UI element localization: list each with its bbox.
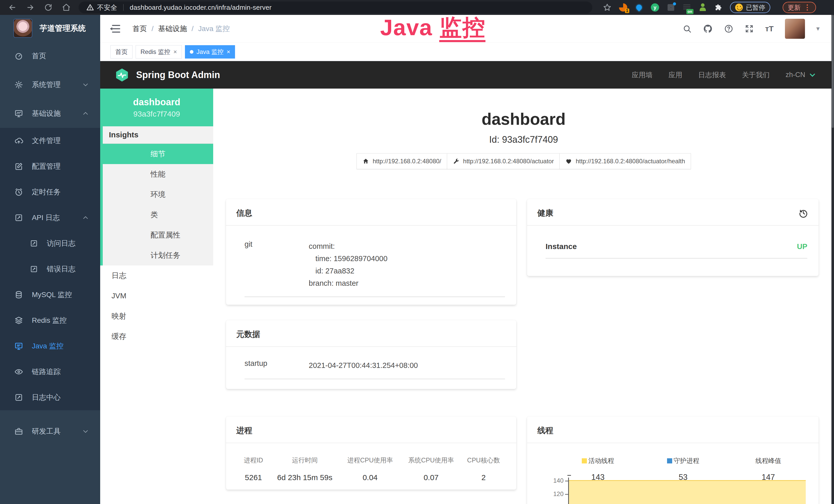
sidebar-item-home[interactable]: 首页 [0, 42, 100, 70]
sba-nav-about[interactable]: 关于我们 [742, 70, 770, 79]
forward-icon[interactable] [25, 2, 36, 13]
sidebar-item-mysql-monitor[interactable]: MySQL 监控 [0, 282, 100, 307]
sba-menu-logs[interactable]: 日志 [100, 266, 213, 286]
close-tab-icon[interactable]: × [226, 48, 230, 55]
extension-green-y-icon[interactable]: y [650, 3, 660, 12]
health-url-chip[interactable]: http://192.168.0.2:48080/actuator/health [559, 153, 691, 169]
sidebar-item-access-log[interactable]: 访问日志 [0, 231, 100, 256]
doc-edit-icon [14, 393, 23, 402]
sidebar-item-trace[interactable]: 链路追踪 [0, 359, 100, 385]
infra-submenu: 文件管理 配置管理 定时任务 API 日志 访问日志 错误日志 MySQL 监控 [0, 128, 100, 410]
process-col-pid: 进程ID [236, 456, 270, 464]
sba-locale-select[interactable]: zh-CN [786, 71, 816, 79]
sba-menu-scheduled-tasks[interactable]: 计划任务 [103, 245, 213, 266]
reload-icon[interactable] [43, 2, 53, 13]
sba-menu-mappings[interactable]: 映射 [100, 306, 213, 326]
sidebar-item-error-log[interactable]: 错误日志 [0, 256, 100, 282]
close-tab-icon[interactable]: × [173, 48, 177, 55]
info-git-label: git [244, 240, 309, 289]
breadcrumb-section[interactable]: 基础设施 [158, 24, 187, 33]
sba-menu-jvm[interactable]: JVM [100, 286, 213, 306]
sba-nav-journal[interactable]: 日志报表 [698, 70, 726, 79]
threads-legend: 活动线程 143 守护进程 53 线程峰值 147 [527, 443, 818, 482]
sidebar-item-log-center[interactable]: 日志中心 [0, 385, 100, 410]
help-question-icon[interactable] [724, 24, 733, 33]
sidebar-item-dev-tools[interactable]: 研发工具 [0, 417, 100, 446]
sba-navbar: Spring Boot Admin 应用墙 应用 日志报表 关于我们 zh-CN [100, 61, 834, 89]
extension-pin-icon[interactable] [634, 3, 644, 12]
instance-page-title: dashboard [213, 110, 834, 129]
extension-on-icon[interactable]: on [682, 3, 692, 12]
profile-paused-pill[interactable]: 已暂停 [730, 2, 770, 13]
sba-hexagon-logo-icon [114, 68, 129, 83]
back-icon[interactable] [7, 2, 18, 13]
collapse-sidebar-icon[interactable] [110, 24, 120, 33]
app-logo-row[interactable]: 芋道管理系统 [0, 15, 100, 42]
chevron-up-icon [82, 110, 89, 117]
chevron-down-icon [82, 428, 89, 435]
sba-menu-caches[interactable]: 缓存 [100, 326, 213, 347]
gear-icon [14, 81, 23, 89]
actuator-url-chip[interactable]: http://192.168.0.2:48080/actuator [447, 153, 560, 169]
sba-menu-classes[interactable]: 类 [103, 205, 213, 225]
process-pid-value: 5261 [236, 473, 270, 482]
puzzle-extensions-icon[interactable] [714, 3, 723, 12]
sba-brand[interactable]: Spring Boot Admin [114, 68, 220, 83]
extension-orange-icon[interactable]: 1 [618, 3, 628, 12]
process-card-title: 进程 [236, 425, 252, 436]
chevron-down-icon [82, 82, 89, 88]
github-icon[interactable] [703, 24, 713, 33]
process-col-uptime: 运行时间 [270, 456, 339, 464]
health-card: 健康 Instance UP [527, 199, 818, 276]
sba-nav-applications[interactable]: 应用 [668, 70, 682, 79]
chrome-update-button[interactable]: 更新⋮ [783, 2, 816, 13]
sba-menu-details[interactable]: 细节 [100, 144, 213, 164]
instance-name: dashboard [133, 97, 180, 108]
live-threads-label: 活动线程 [589, 457, 614, 465]
scrollbar-thumb[interactable] [832, 15, 834, 128]
peak-threads-label: 线程峰值 [755, 457, 781, 465]
search-icon[interactable] [682, 24, 692, 33]
bookmark-star-icon[interactable] [602, 3, 612, 12]
window-scrollbar[interactable] [831, 15, 834, 504]
doc-edit-icon [30, 239, 38, 248]
history-icon[interactable] [798, 208, 808, 218]
sidebar-item-system[interactable]: 系统管理 [0, 70, 100, 99]
sba-menu-environment[interactable]: 环境 [103, 184, 213, 205]
sidebar-item-cron-job[interactable]: 定时任务 [0, 179, 100, 205]
sidebar-item-java-monitor[interactable]: Java 监控 [0, 333, 100, 359]
tag-java-monitor[interactable]: Java 监控 × [185, 45, 235, 59]
sba-instance-header[interactable]: dashboard 93a3fc7f7409 [100, 89, 213, 126]
fullscreen-icon[interactable] [745, 24, 754, 33]
extension-person-icon[interactable] [698, 3, 707, 12]
font-size-icon[interactable]: тT [765, 24, 774, 33]
sidebar-item-redis-monitor[interactable]: Redis 监控 [0, 307, 100, 333]
sidebar-item-infra[interactable]: 基础设施 [0, 99, 100, 128]
not-secure-warning-icon[interactable] [86, 4, 94, 11]
sidebar-item-api-log[interactable]: API 日志 [0, 205, 100, 231]
health-instance-label: Instance [546, 242, 577, 251]
sba-nav-wall[interactable]: 应用墙 [632, 70, 652, 79]
monitor-chart-icon [14, 109, 23, 118]
breadcrumb: 首页 / 基础设施 / Java 监控 [133, 24, 230, 33]
breadcrumb-home[interactable]: 首页 [133, 24, 147, 33]
sidebar-item-file-manage[interactable]: 文件管理 [0, 128, 100, 154]
extension-grid-icon[interactable] [666, 3, 676, 12]
tag-redis-monitor[interactable]: Redis 监控 × [136, 45, 182, 59]
sidebar-item-config-manage[interactable]: 配置管理 [0, 154, 100, 179]
browser-menu-icon[interactable]: ⋮ [804, 6, 811, 9]
tag-home[interactable]: 首页 [110, 45, 133, 59]
info-card: 信息 git commit: time: 1596289704000 id: 2… [226, 199, 516, 305]
address-bar[interactable]: 不安全 dashboard.yudao.iocoder.cn/infra/adm… [79, 2, 592, 13]
sba-menu-metrics[interactable]: 性能 [103, 164, 213, 184]
layers-icon [14, 316, 23, 325]
user-avatar[interactable] [785, 19, 805, 39]
home-icon[interactable] [61, 2, 71, 13]
insights-group: Insights 细节 性能 环境 类 配置属性 计划任务 [100, 126, 213, 266]
cloud-upload-icon [14, 136, 23, 145]
heartbeat-icon [565, 158, 572, 165]
user-menu-caret-icon[interactable]: ▾ [816, 25, 820, 32]
service-url-chip[interactable]: http://192.168.0.2:48080/ [356, 153, 447, 169]
sba-menu-config-props[interactable]: 配置属性 [103, 225, 213, 245]
sba-content: dashboard Id: 93a3fc7f7409 http://192.16… [213, 89, 834, 504]
